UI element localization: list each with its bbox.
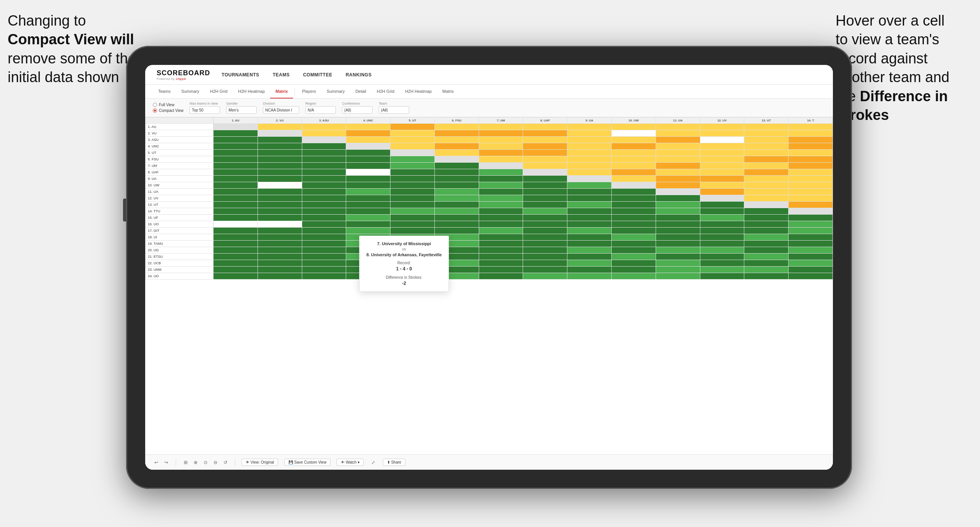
matrix-cell[interactable]: [612, 267, 656, 273]
matrix-cell[interactable]: [346, 228, 390, 234]
matrix-cell[interactable]: [258, 208, 302, 215]
matrix-cell[interactable]: [656, 137, 700, 143]
matrix-cell[interactable]: [214, 176, 258, 182]
matrix-cell[interactable]: [700, 156, 744, 163]
matrix-cell[interactable]: [612, 241, 656, 247]
matrix-cell[interactable]: [744, 208, 789, 215]
matrix-cell[interactable]: [258, 247, 302, 254]
matrix-cell[interactable]: [567, 228, 612, 234]
matrix-cell[interactable]: [700, 254, 744, 260]
matrix-cell[interactable]: [214, 221, 258, 228]
matrix-cell[interactable]: [744, 267, 789, 273]
matrix-cell[interactable]: [656, 215, 700, 221]
matrix-cell[interactable]: [656, 260, 700, 267]
matrix-cell[interactable]: [744, 221, 789, 228]
matrix-cell[interactable]: [258, 137, 302, 143]
matrix-cell[interactable]: [612, 221, 656, 228]
matrix-cell[interactable]: [258, 182, 302, 189]
subnav-h2h-heatmap-2[interactable]: H2H Heatmap: [400, 85, 437, 99]
matrix-cell[interactable]: [214, 182, 258, 189]
zoom-out-icon[interactable]: ⊖: [212, 459, 219, 466]
matrix-cell[interactable]: [479, 169, 523, 176]
matrix-cell[interactable]: [656, 169, 700, 176]
matrix-cell[interactable]: [612, 130, 656, 137]
matrix-cell[interactable]: [700, 241, 744, 247]
matrix-cell[interactable]: [612, 143, 656, 150]
matrix-cell[interactable]: [523, 169, 567, 176]
matrix-cell[interactable]: [656, 143, 700, 150]
matrix-cell[interactable]: [302, 202, 346, 208]
matrix-cell[interactable]: [346, 208, 390, 215]
matrix-cell[interactable]: [479, 189, 523, 195]
matrix-cell[interactable]: [789, 182, 833, 189]
matrix-cell[interactable]: [523, 137, 567, 143]
matrix-cell[interactable]: [744, 241, 789, 247]
refresh-icon[interactable]: ↺: [222, 459, 229, 466]
matrix-cell[interactable]: [567, 189, 612, 195]
matrix-cell[interactable]: [390, 228, 435, 234]
filter-max-teams-select[interactable]: Top 50: [190, 106, 220, 114]
matrix-cell[interactable]: [214, 124, 258, 130]
matrix-cell[interactable]: [523, 163, 567, 169]
matrix-cell[interactable]: [612, 208, 656, 215]
filter-gender-select[interactable]: Men's: [226, 106, 257, 114]
matrix-cell[interactable]: [214, 195, 258, 202]
matrix-cell[interactable]: [789, 202, 833, 208]
matrix-cell[interactable]: [612, 124, 656, 130]
matrix-cell[interactable]: [789, 137, 833, 143]
matrix-cell[interactable]: [302, 189, 346, 195]
matrix-cell[interactable]: [612, 202, 656, 208]
matrix-cell[interactable]: [258, 221, 302, 228]
zoom-reset-icon[interactable]: ⊙: [202, 459, 209, 466]
matrix-cell[interactable]: [434, 195, 479, 202]
nav-teams[interactable]: TEAMS: [273, 72, 290, 78]
matrix-cell[interactable]: [612, 273, 656, 280]
matrix-cell[interactable]: [434, 215, 479, 221]
matrix-cell[interactable]: [744, 247, 789, 254]
matrix-cell[interactable]: [302, 221, 346, 228]
matrix-cell[interactable]: [744, 163, 789, 169]
matrix-cell[interactable]: [258, 163, 302, 169]
matrix-cell[interactable]: [567, 208, 612, 215]
matrix-cell[interactable]: [567, 150, 612, 156]
matrix-cell[interactable]: [390, 150, 435, 156]
matrix-cell[interactable]: [479, 150, 523, 156]
matrix-cell[interactable]: [214, 169, 258, 176]
subnav-matrix-1[interactable]: Matrix: [270, 85, 293, 99]
matrix-cell[interactable]: [612, 156, 656, 163]
matrix-cell[interactable]: [523, 195, 567, 202]
matrix-cell[interactable]: [390, 189, 435, 195]
matrix-cell[interactable]: [567, 260, 612, 267]
matrix-cell[interactable]: [567, 130, 612, 137]
matrix-cell[interactable]: [479, 130, 523, 137]
matrix-cell[interactable]: [523, 176, 567, 182]
view-original-button[interactable]: 👁 View: Original: [241, 459, 278, 466]
matrix-cell[interactable]: [523, 189, 567, 195]
matrix-cell[interactable]: [789, 124, 833, 130]
watch-button[interactable]: 👁 Watch ▾: [337, 459, 364, 466]
matrix-cell[interactable]: [656, 124, 700, 130]
matrix-cell[interactable]: [434, 143, 479, 150]
matrix-cell[interactable]: [346, 169, 390, 176]
matrix-cell[interactable]: [479, 176, 523, 182]
matrix-cell[interactable]: [789, 254, 833, 260]
matrix-cell[interactable]: [744, 182, 789, 189]
matrix-cell[interactable]: [612, 182, 656, 189]
matrix-cell[interactable]: [656, 228, 700, 234]
matrix-cell[interactable]: [302, 169, 346, 176]
matrix-cell[interactable]: [789, 221, 833, 228]
matrix-cell[interactable]: [258, 202, 302, 208]
matrix-cell[interactable]: [700, 189, 744, 195]
matrix-cell[interactable]: [789, 143, 833, 150]
matrix-cell[interactable]: [523, 182, 567, 189]
matrix-cell[interactable]: [789, 215, 833, 221]
matrix-cell[interactable]: [346, 176, 390, 182]
matrix-cell[interactable]: [656, 267, 700, 273]
subnav-players[interactable]: Players: [296, 85, 321, 99]
matrix-cell[interactable]: [434, 137, 479, 143]
matrix-cell[interactable]: [523, 247, 567, 254]
matrix-cell[interactable]: [656, 208, 700, 215]
matrix-cell[interactable]: [567, 202, 612, 208]
nav-rankings[interactable]: RANKINGS: [346, 72, 372, 78]
matrix-cell[interactable]: [434, 156, 479, 163]
